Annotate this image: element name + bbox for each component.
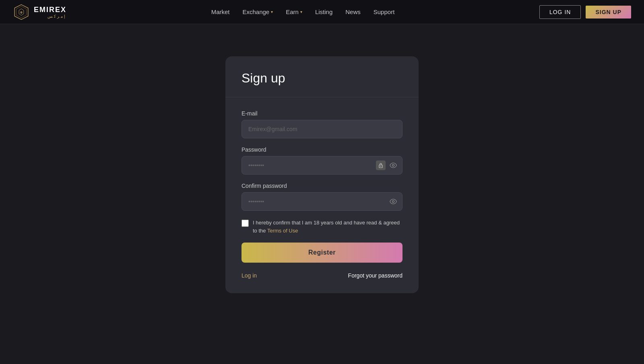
terms-link[interactable]: Terms of Use (267, 228, 298, 234)
confirm-password-icons (389, 198, 398, 205)
confirm-password-field[interactable] (242, 192, 402, 211)
lock-icon (376, 160, 386, 170)
brand-name: EMIREX إمرکس (34, 6, 66, 19)
forgot-password-link[interactable]: Forgot your password (348, 272, 402, 279)
nav-item-support[interactable]: Support (374, 8, 395, 15)
password-group: Password (242, 146, 402, 175)
confirm-password-wrapper (242, 192, 402, 211)
chevron-down-icon: ▾ (300, 10, 302, 14)
nav-item-earn[interactable]: Earn ▾ (286, 8, 302, 15)
svg-point-3 (380, 166, 381, 167)
confirm-password-label: Confirm password (242, 183, 402, 189)
email-group: E-mail (242, 110, 402, 138)
nav-item-market[interactable]: Market (211, 8, 230, 15)
main-content: Sign up E-mail Password (0, 24, 644, 293)
terms-label: I hereby confirm that I am 18 years old … (253, 219, 402, 234)
svg-point-4 (392, 165, 394, 167)
svg-point-5 (392, 201, 394, 203)
nav-actions: LOG IN SIGN UP (539, 5, 631, 19)
password-label: Password (242, 146, 402, 153)
password-wrapper (242, 156, 402, 175)
nav-item-news[interactable]: News (345, 8, 361, 15)
chevron-down-icon: ▾ (271, 10, 273, 14)
terms-checkbox[interactable] (242, 220, 249, 227)
nav-item-exchange[interactable]: Exchange ▾ (242, 8, 273, 15)
password-toggle-button[interactable] (389, 162, 398, 169)
navbar: EMIREX إمرکس Market Exchange ▾ Earn ▾ Li… (0, 0, 644, 24)
nav-item-listing[interactable]: Listing (315, 8, 332, 15)
page-title: Sign up (242, 71, 402, 86)
email-field[interactable] (242, 120, 402, 138)
login-link[interactable]: Log in (242, 272, 257, 279)
confirm-password-toggle-button[interactable] (389, 198, 398, 205)
bottom-links: Log in Forgot your password (242, 272, 402, 279)
email-label: E-mail (242, 110, 402, 117)
terms-checkbox-row: I hereby confirm that I am 18 years old … (242, 219, 402, 234)
card-header: Sign up (225, 56, 419, 97)
password-icons (376, 160, 398, 170)
logo[interactable]: EMIREX إمرکس (13, 4, 66, 21)
confirm-password-group: Confirm password (242, 183, 402, 211)
signup-card: Sign up E-mail Password (225, 56, 419, 293)
signup-button[interactable]: SIGN UP (586, 6, 631, 19)
card-body: E-mail Password (225, 97, 419, 293)
nav-links: Market Exchange ▾ Earn ▾ Listing News Su… (211, 8, 395, 15)
register-button[interactable]: Register (242, 243, 402, 263)
login-button[interactable]: LOG IN (539, 5, 581, 19)
